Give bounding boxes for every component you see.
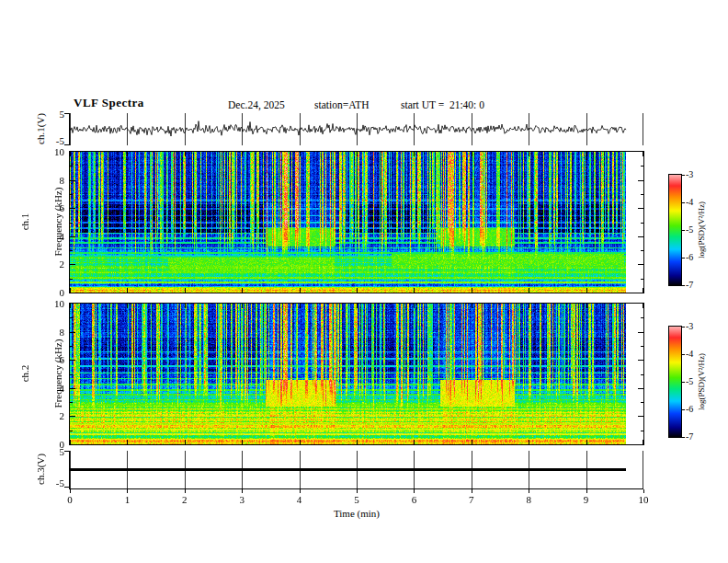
colorbar2-tick-label: -5 [686, 376, 693, 387]
ch2-spectrogram-canvas [69, 303, 644, 445]
wave3-ylabel: ch.3(V) [35, 454, 46, 485]
x-tick-label: 6 [404, 494, 423, 505]
x-tick-mark [414, 489, 415, 493]
colorbar2-tick-label: -7 [686, 431, 693, 442]
x-tick-mark [643, 489, 644, 493]
x-tick-label: 4 [290, 494, 309, 505]
colorbar-ch2 [668, 326, 682, 438]
spec1-channel-label: ch.1 [19, 188, 30, 257]
colorbar-ch1 [668, 174, 682, 286]
x-tick-mark [127, 489, 128, 493]
x-tick-mark [586, 489, 587, 493]
colorbar1-tick-label: -3 [686, 169, 693, 180]
colorbar1-tick-mark [682, 175, 685, 176]
x-tick-mark [529, 489, 529, 493]
colorbar1-tick-mark [682, 230, 685, 231]
colorbar1-tick-mark [682, 258, 685, 259]
colorbar2-tick-mark [682, 437, 685, 438]
x-tick-label: 2 [176, 494, 194, 505]
x-tick-mark [357, 489, 358, 493]
start-ut-label: start UT = 21:40: 0 [401, 99, 484, 110]
spec2-ytick-label: 0 [46, 439, 64, 450]
date-label: Dec.24, 2025 [228, 99, 285, 110]
ch1-waveform-canvas [69, 113, 643, 145]
x-tick-label: 10 [634, 494, 653, 505]
spec1-ytick-label: 4 [46, 231, 64, 242]
spec2-ytick-label: 6 [46, 354, 64, 365]
spec1-ytick-label: 2 [46, 259, 64, 270]
x-tick-label: 7 [462, 494, 481, 505]
colorbar1-tick-label: -5 [686, 224, 693, 236]
spec1-frequency-label: Frequency (kHz) [52, 188, 63, 257]
spec2-ylabel: ch.2 Frequency (kHz) [0, 339, 85, 408]
x-tick-label: 9 [577, 494, 596, 505]
colorbar2-tick-mark [682, 382, 685, 383]
x-tick-mark [300, 489, 301, 493]
colorbar2-tick-mark [682, 354, 685, 355]
colorbar1-tick-label: -4 [686, 197, 693, 208]
colorbar2-tick-label: -6 [686, 404, 693, 415]
wave3-ytick-min: -5 [48, 477, 64, 488]
x-tick-label: 8 [519, 494, 538, 505]
x-tick-mark [242, 489, 243, 493]
spec1-ytick-label: 0 [46, 287, 64, 298]
wave1-ylabel: ch.1(V) [35, 113, 46, 144]
colorbar2-tick-mark [682, 409, 685, 410]
colorbar1-tick-mark [682, 285, 685, 286]
colorbar2-tick-label: -4 [686, 349, 693, 360]
x-tick-mark [70, 489, 71, 493]
spec2-frequency-label: Frequency (kHz) [52, 339, 63, 408]
spec1-ytick-label: 8 [46, 175, 64, 186]
wave1-ytick-max: 5 [48, 109, 64, 120]
wave3-axis-tick [64, 451, 70, 452]
colorbar1-label: log(PSD)(V²/Hz) [696, 201, 707, 259]
x-tick-label: 5 [347, 494, 366, 505]
xaxis-label: Time (min) [311, 508, 403, 519]
spec1-ylabel: ch.1 Frequency (kHz) [0, 188, 85, 257]
colorbar2-tick-mark [682, 327, 685, 327]
spec2-channel-label: ch.2 [19, 339, 30, 408]
colorbar2-tick-label: -3 [686, 321, 693, 332]
spec1-ytick-label: 6 [46, 202, 64, 213]
colorbar1-tick-label: -7 [686, 280, 693, 291]
spec2-ytick-label: 8 [46, 327, 64, 338]
x-tick-label: 3 [233, 494, 251, 505]
page-title: VLF Spectra [74, 98, 144, 109]
vlf-spectra-plot: VLF Spectra Dec.24, 2025 station=ATH sta… [0, 0, 728, 563]
x-tick-label: 1 [118, 494, 136, 505]
x-tick-mark [185, 489, 186, 493]
spec2-ytick-label: 2 [46, 410, 64, 421]
ch1-spectrogram-canvas [69, 151, 644, 293]
spec2-ytick-label: 10 [46, 298, 64, 309]
spec2-ytick-label: 4 [46, 383, 64, 394]
colorbar2-label: log(PSD)(V²/Hz) [696, 353, 707, 410]
wave1-axis-tick [64, 144, 70, 145]
colorbar1-tick-label: -6 [686, 252, 693, 263]
colorbar1-tick-mark [682, 202, 685, 203]
ch3-waveform-canvas [69, 451, 643, 489]
spec1-ytick-label: 10 [46, 146, 64, 157]
x-tick-label: 0 [61, 494, 79, 505]
station-label: station=ATH [314, 99, 370, 110]
wave1-ytick-min: -5 [48, 135, 64, 146]
x-tick-mark [472, 489, 472, 493]
wave3-axis-tick [64, 487, 70, 488]
wave1-axis-tick [64, 113, 70, 114]
